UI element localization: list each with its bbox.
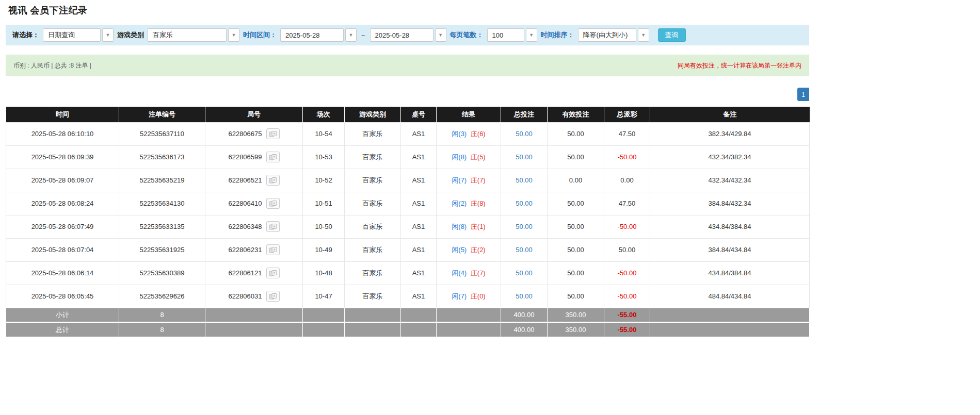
date-to-picker[interactable]: 2025-05-28 ▼ [370, 28, 446, 42]
date-range-tilde: ~ [361, 31, 365, 39]
page-title: 视讯 会员下注纪录 [8, 4, 809, 16]
cell-session: 10-50 [303, 215, 345, 238]
total-total-bet: 400.00 [501, 322, 548, 337]
cell-result: 闲(8) 庄(5) [437, 145, 501, 169]
cell-total-bet: 50.00 [501, 261, 548, 285]
total-bet-link[interactable]: 50.00 [516, 200, 533, 207]
total-count: 8 [119, 322, 205, 337]
chevron-down-icon[interactable]: ▼ [638, 28, 649, 42]
round-id-text: 622806410 [228, 200, 262, 207]
chevron-down-icon[interactable]: ▼ [435, 28, 446, 42]
chevron-down-icon[interactable]: ▼ [228, 28, 239, 42]
cell-table-no: AS1 [401, 145, 437, 169]
col-total-bet: 总投注 [501, 107, 548, 122]
result-banker: 庄(7) [471, 269, 486, 277]
pagination: 1 [6, 88, 809, 101]
cell-payout: -50.00 [604, 285, 650, 308]
subtotal-total-bet: 400.00 [501, 308, 548, 322]
table-row: 2025-05-28 06:05:45 522535629626 6228060… [6, 285, 810, 308]
cell-bet-id: 522535635219 [119, 169, 205, 192]
cell-table-no: AS1 [401, 215, 437, 238]
page-size-select[interactable]: 100 ▼ [487, 28, 537, 42]
query-type-value: 日期查询 [43, 28, 101, 42]
cell-time: 2025-05-28 06:09:07 [6, 169, 119, 192]
cell-bet-id: 522535637110 [119, 122, 205, 145]
cell-round-id: 622806348 [205, 215, 303, 238]
cell-valid-bet: 50.00 [548, 238, 604, 261]
cell-remark: 384.84/432.34 [650, 192, 810, 215]
bet-records-table: 时间 注单编号 局号 场次 游戏类别 桌号 结果 总投注 有效投注 总派彩 备注… [6, 107, 810, 337]
cell-table-no: AS1 [401, 261, 437, 285]
search-button[interactable]: 查询 [658, 28, 686, 42]
cell-payout: -50.00 [604, 215, 650, 238]
table-row: 2025-05-28 06:10:10 522535637110 6228066… [6, 122, 810, 145]
view-cards-icon[interactable] [266, 268, 280, 278]
cell-valid-bet: 50.00 [548, 215, 604, 238]
currency-summary-text: 币别 : 人民币 | 总共 :8 注单 | [13, 61, 91, 70]
subtotal-label: 小计 [6, 308, 119, 322]
cell-bet-id: 522535631925 [119, 238, 205, 261]
cell-total-bet: 50.00 [501, 145, 548, 169]
cell-table-no: AS1 [401, 238, 437, 261]
total-bet-link[interactable]: 50.00 [516, 130, 533, 138]
chevron-down-icon[interactable]: ▼ [345, 28, 357, 42]
cell-time: 2025-05-28 06:06:14 [6, 261, 119, 285]
total-bet-link[interactable]: 50.00 [516, 153, 533, 161]
total-bet-link[interactable]: 50.00 [516, 269, 533, 277]
game-type-select[interactable]: 百家乐 ▼ [148, 28, 239, 42]
view-cards-icon[interactable] [266, 198, 280, 209]
total-bet-link[interactable]: 50.00 [516, 292, 533, 300]
cell-round-id: 622806521 [205, 169, 303, 192]
result-player: 闲(2) [452, 200, 467, 207]
total-payout: -55.00 [604, 322, 650, 337]
cell-game-type: 百家乐 [345, 122, 401, 145]
cell-game-type: 百家乐 [345, 192, 401, 215]
page-1-button[interactable]: 1 [797, 88, 809, 101]
table-row: 2025-05-28 06:07:49 522535633135 6228063… [6, 215, 810, 238]
total-bet-link[interactable]: 50.00 [516, 223, 533, 230]
view-cards-icon[interactable] [266, 152, 280, 162]
cell-session: 10-52 [303, 169, 345, 192]
cell-valid-bet: 0.00 [548, 169, 604, 192]
cell-table-no: AS1 [401, 169, 437, 192]
view-cards-icon[interactable] [266, 128, 280, 139]
cell-total-bet: 50.00 [501, 122, 548, 145]
time-sort-select[interactable]: 降幂(由大到小) ▼ [578, 28, 649, 42]
total-bet-link[interactable]: 50.00 [516, 176, 533, 184]
chevron-down-icon[interactable]: ▼ [526, 28, 537, 42]
cell-valid-bet: 50.00 [548, 192, 604, 215]
cell-round-id: 622806121 [205, 261, 303, 285]
game-type-label: 游戏类别 [117, 30, 144, 40]
subtotal-row: 小计 8 400.00 350.00 -55.00 [6, 308, 810, 322]
result-banker: 庄(5) [471, 153, 486, 161]
cell-total-bet: 50.00 [501, 285, 548, 308]
view-cards-icon[interactable] [266, 291, 280, 302]
result-player: 闲(5) [452, 246, 467, 254]
table-header-row: 时间 注单编号 局号 场次 游戏类别 桌号 结果 总投注 有效投注 总派彩 备注 [6, 107, 810, 122]
game-type-value: 百家乐 [148, 28, 227, 42]
table-row: 2025-05-28 06:06:14 522535630389 6228061… [6, 261, 810, 285]
page-size-value: 100 [487, 28, 524, 42]
result-banker: 庄(7) [471, 176, 486, 184]
date-from-picker[interactable]: 2025-05-28 ▼ [280, 28, 357, 42]
view-cards-icon[interactable] [266, 175, 280, 186]
view-cards-icon[interactable] [266, 244, 280, 255]
result-banker: 庄(6) [471, 130, 486, 138]
time-sort-label: 时间排序： [541, 30, 574, 40]
cell-time: 2025-05-28 06:08:24 [6, 192, 119, 215]
table-row: 2025-05-28 06:09:07 522535635219 6228065… [6, 169, 810, 192]
summary-bar: 币别 : 人民币 | 总共 :8 注单 | 同局有效投注，统一计算在该局第一张注… [6, 55, 809, 76]
chevron-down-icon[interactable]: ▼ [102, 28, 114, 42]
cell-game-type: 百家乐 [345, 169, 401, 192]
total-bet-link[interactable]: 50.00 [516, 246, 533, 254]
page-content: 视讯 会员下注纪录 请选择： 日期查询 ▼ 游戏类别 百家乐 ▼ 时间区间： 2… [6, 4, 809, 337]
total-valid-bet: 350.00 [548, 322, 604, 337]
query-type-select[interactable]: 日期查询 ▼ [43, 28, 114, 42]
cell-bet-id: 522535630389 [119, 261, 205, 285]
col-game-type: 游戏类别 [345, 107, 401, 122]
cell-remark: 382.34/429.84 [650, 122, 810, 145]
col-payout: 总派彩 [604, 107, 650, 122]
view-cards-icon[interactable] [266, 221, 280, 232]
cell-table-no: AS1 [401, 192, 437, 215]
cell-result: 闲(2) 庄(8) [437, 192, 501, 215]
